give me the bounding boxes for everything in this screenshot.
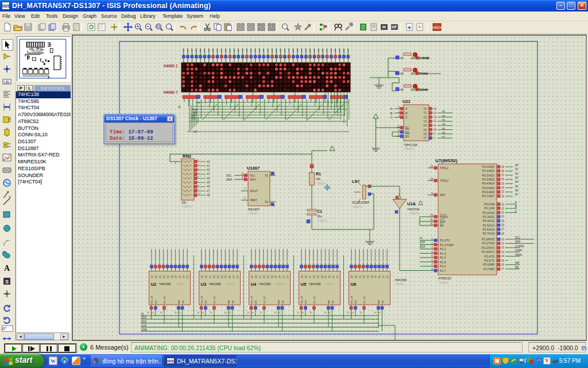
svg-text:A4: A4 bbox=[515, 181, 519, 183]
svg-text:Q7: Q7 bbox=[282, 275, 285, 278]
svg-text:12: 12 bbox=[260, 311, 262, 314]
svg-text:74HCT04: 74HCT04 bbox=[407, 208, 420, 211]
svg-text:ST_CP: ST_CP bbox=[263, 296, 266, 304]
svg-text:Q7: Q7 bbox=[182, 275, 185, 278]
svg-text:<TEXT>: <TEXT> bbox=[394, 283, 404, 286]
svg-text:35: 35 bbox=[501, 182, 505, 185]
svg-text:P3.5/T1: P3.5/T1 bbox=[484, 259, 494, 262]
svg-text:U4: U4 bbox=[251, 282, 257, 287]
svg-text:ALE: ALE bbox=[440, 220, 446, 223]
svg-text:SH_CP: SH_CP bbox=[350, 296, 353, 304]
svg-text:P1.0/T2: P1.0/T2 bbox=[440, 239, 450, 242]
svg-text:Q3: Q3 bbox=[266, 275, 269, 278]
svg-text:Q3: Q3 bbox=[316, 275, 319, 278]
svg-text:C.DOB: C.DOB bbox=[419, 56, 430, 60]
svg-text:U7(89S52): U7(89S52) bbox=[435, 158, 458, 163]
svg-text:33u: 33u bbox=[317, 214, 322, 218]
svg-text:A3: A3 bbox=[515, 177, 519, 179]
svg-text:14: 14 bbox=[501, 255, 505, 258]
svg-text:32: 32 bbox=[501, 195, 505, 198]
svg-text:VBAT: VBAT bbox=[250, 198, 257, 202]
svg-text:e: e bbox=[64, 358, 66, 364]
svg-text:Q7: Q7 bbox=[186, 275, 189, 278]
svg-text:Q3: Q3 bbox=[216, 275, 219, 278]
svg-text:Q5: Q5 bbox=[274, 275, 277, 278]
svg-text:U6: U6 bbox=[351, 282, 357, 287]
svg-text:<TEXT>: <TEXT> bbox=[404, 147, 415, 151]
svg-text:14: 14 bbox=[251, 311, 254, 314]
svg-text:74HC138: 74HC138 bbox=[404, 143, 417, 147]
svg-text:A1: A1 bbox=[207, 164, 210, 167]
svg-text:P1.3: P1.3 bbox=[440, 252, 446, 255]
svg-text:Q2: Q2 bbox=[163, 275, 165, 278]
svg-text:10k: 10k bbox=[316, 177, 321, 181]
svg-text:OE: OE bbox=[281, 300, 284, 304]
svg-text:P0.4/AD4: P0.4/AD4 bbox=[482, 182, 495, 185]
svg-text:38: 38 bbox=[501, 170, 505, 172]
svg-text:13: 13 bbox=[378, 311, 381, 314]
svg-text:19: 19 bbox=[430, 165, 434, 168]
svg-text:Q0: Q0 bbox=[204, 275, 207, 278]
svg-text:Q1: Q1 bbox=[258, 275, 261, 278]
svg-text:P0.2/AD2: P0.2/AD2 bbox=[482, 174, 495, 177]
svg-text:Q4: Q4 bbox=[370, 275, 373, 278]
svg-text:P2.3/A11: P2.3/A11 bbox=[483, 215, 494, 218]
svg-text:10: 10 bbox=[224, 311, 227, 314]
svg-text:DS1307: DS1307 bbox=[248, 208, 260, 211]
svg-text:AT89C52: AT89C52 bbox=[438, 277, 451, 280]
svg-text:DS: DS bbox=[154, 300, 157, 304]
svg-text:<TEXT>: <TEXT> bbox=[181, 205, 192, 208]
svg-text:XTAL2: XTAL2 bbox=[440, 179, 448, 182]
svg-text:36: 36 bbox=[501, 178, 505, 181]
svg-text:16: 16 bbox=[501, 263, 505, 266]
svg-text:P3.2/INT0: P3.2/INT0 bbox=[481, 246, 494, 250]
svg-text:OE: OE bbox=[181, 300, 184, 304]
svg-text:C: C bbox=[390, 116, 393, 119]
svg-text:<TEXT>: <TEXT> bbox=[276, 283, 285, 286]
svg-text:DS: DS bbox=[254, 300, 257, 304]
svg-text:74HC595: 74HC595 bbox=[159, 282, 171, 286]
svg-text:12: 12 bbox=[501, 246, 505, 249]
svg-text:Q0: Q0 bbox=[300, 275, 303, 278]
svg-text:LBL: LBL bbox=[3, 80, 10, 85]
svg-text:12: 12 bbox=[310, 311, 312, 314]
svg-text:10: 10 bbox=[501, 238, 505, 241]
svg-text:U3: U3 bbox=[201, 282, 207, 287]
svg-text:MR: MR bbox=[177, 300, 180, 304]
svg-text:SH_CP: SH_CP bbox=[200, 296, 203, 304]
svg-text:A6: A6 bbox=[515, 189, 519, 192]
svg-text:S: S bbox=[5, 279, 9, 285]
svg-text:13: 13 bbox=[178, 311, 181, 314]
svg-text:31: 31 bbox=[430, 223, 434, 225]
svg-text:15: 15 bbox=[434, 108, 437, 110]
svg-text:P0.3/AD3: P0.3/AD3 bbox=[482, 178, 495, 181]
svg-text:SOUT: SOUT bbox=[250, 189, 258, 193]
svg-text:U1307: U1307 bbox=[247, 166, 260, 171]
svg-text:10: 10 bbox=[174, 311, 177, 314]
svg-text:MR: MR bbox=[377, 300, 380, 304]
svg-text:SCL: SCL bbox=[515, 236, 520, 239]
svg-text:SDA: SDA bbox=[226, 178, 233, 181]
svg-text:E1: E1 bbox=[405, 126, 409, 129]
svg-text:10k: 10k bbox=[181, 201, 187, 204]
svg-text:#1: #1 bbox=[178, 106, 181, 109]
svg-text:RD: RD bbox=[515, 266, 519, 269]
svg-text:Q5: Q5 bbox=[324, 275, 327, 278]
svg-text:Q1: Q1 bbox=[358, 275, 361, 278]
svg-text:C.HOM: C.HOM bbox=[515, 245, 524, 248]
svg-text:Q0: Q0 bbox=[354, 275, 357, 278]
svg-text:Y3: Y3 bbox=[423, 120, 427, 123]
svg-text:OE: OE bbox=[331, 300, 334, 304]
svg-text:12: 12 bbox=[210, 311, 212, 314]
svg-text:29: 29 bbox=[430, 214, 434, 217]
svg-text:P3.6/WR: P3.6/WR bbox=[483, 263, 494, 266]
svg-text:<TEXT>: <TEXT> bbox=[176, 283, 185, 286]
svg-text:14: 14 bbox=[434, 112, 437, 114]
svg-text:U2: U2 bbox=[151, 282, 157, 287]
svg-text:P1.4: P1.4 bbox=[440, 256, 446, 259]
svg-text:28: 28 bbox=[501, 232, 505, 235]
svg-text:RCK: RCK bbox=[141, 320, 147, 323]
svg-text:10: 10 bbox=[434, 128, 437, 131]
svg-text:Q6: Q6 bbox=[178, 275, 181, 278]
svg-text:H3: H3 bbox=[192, 117, 195, 120]
